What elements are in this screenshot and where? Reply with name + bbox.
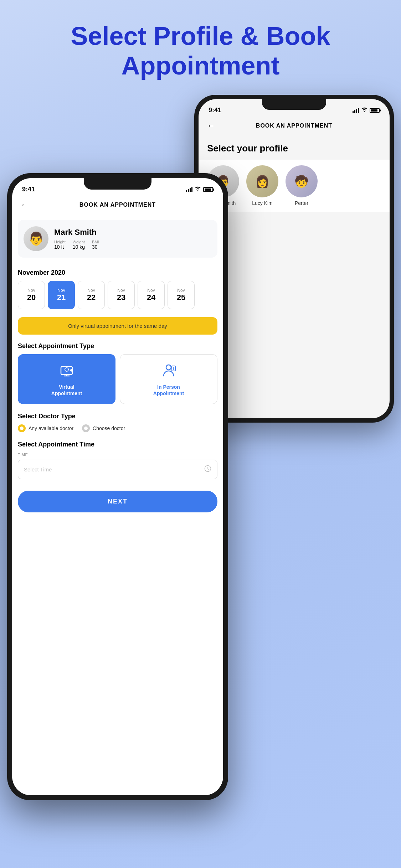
date-cell-23[interactable]: Nov 23 bbox=[108, 281, 135, 309]
back-phone-notch bbox=[262, 99, 326, 110]
status-icons-back bbox=[353, 107, 380, 113]
bmi-value: 30 bbox=[92, 244, 99, 250]
status-time-back: 9:41 bbox=[209, 107, 221, 114]
front-phone: 9:41 ← BOOK AN APPOINTME bbox=[7, 173, 228, 800]
date-cell-24[interactable]: Nov 24 bbox=[138, 281, 165, 309]
nav-header-back: ← BOOK AN APPOINTMENT bbox=[199, 117, 390, 135]
date-num-25: 25 bbox=[177, 293, 185, 302]
radio-circle-any bbox=[18, 424, 26, 432]
time-placeholder: Select Time bbox=[24, 466, 52, 472]
battery-icon-back bbox=[370, 108, 380, 113]
profile-name-lucy: Lucy Kim bbox=[252, 200, 273, 206]
next-button[interactable]: NEXT bbox=[18, 491, 217, 512]
page-title: Select Profile & Book Appointment bbox=[0, 0, 401, 95]
patient-avatar: 👨 bbox=[24, 226, 48, 251]
patient-card: 👨 Mark Smith Height 10 ft Weight 10 kg bbox=[18, 220, 217, 258]
wifi-icon-front bbox=[195, 186, 201, 192]
profile-item-lucy[interactable]: 👩 Lucy Kim bbox=[246, 165, 278, 206]
date-num-22: 22 bbox=[87, 293, 96, 302]
appt-type-inperson[interactable]: In PersonAppointment bbox=[120, 354, 217, 404]
time-section-title: Select Appointment Time bbox=[12, 438, 223, 453]
radio-label-choose: Choose doctor bbox=[93, 425, 125, 431]
battery-icon-front bbox=[203, 187, 213, 192]
radio-label-any: Any available doctor bbox=[29, 425, 73, 431]
front-phone-screen: 9:41 ← BOOK AN APPOINTME bbox=[12, 178, 223, 795]
svg-point-4 bbox=[166, 365, 171, 370]
date-cell-21[interactable]: Nov 21 bbox=[48, 281, 75, 309]
date-month-24: Nov bbox=[147, 288, 155, 293]
nav-title-back: BOOK AN APPOINTMENT bbox=[219, 123, 369, 129]
date-month-21: Nov bbox=[57, 288, 65, 293]
date-num-23: 23 bbox=[117, 293, 125, 302]
patient-info: Mark Smith Height 10 ft Weight 10 kg bbox=[54, 228, 212, 250]
height-label: Height bbox=[54, 240, 66, 244]
patient-stats: Height 10 ft Weight 10 kg BMI 30 bbox=[54, 240, 212, 250]
appointment-types: VirtualAppointment bbox=[12, 354, 223, 410]
month-label: November 2020 bbox=[18, 269, 217, 277]
clock-icon bbox=[204, 465, 211, 474]
signal-icon-front bbox=[186, 187, 192, 192]
svg-point-3 bbox=[65, 368, 68, 371]
signal-icon-back bbox=[353, 108, 359, 113]
doctor-type-row: Any available doctor Choose doctor bbox=[12, 424, 223, 438]
time-label: TIME bbox=[18, 453, 217, 457]
date-cell-25[interactable]: Nov 25 bbox=[168, 281, 195, 309]
date-cell-22[interactable]: Nov 22 bbox=[78, 281, 105, 309]
date-month-23: Nov bbox=[117, 288, 125, 293]
appointment-type-title: Select Appointment Type bbox=[12, 340, 223, 354]
date-month-22: Nov bbox=[87, 288, 95, 293]
radio-inner-any bbox=[20, 427, 24, 430]
radio-circle-choose bbox=[82, 424, 90, 432]
wifi-icon-back bbox=[361, 107, 367, 113]
time-input[interactable]: Select Time bbox=[18, 460, 217, 479]
inperson-icon bbox=[159, 362, 178, 380]
bmi-label: BMI bbox=[92, 240, 99, 244]
date-num-21: 21 bbox=[57, 293, 66, 302]
date-num-20: 20 bbox=[27, 293, 36, 302]
height-value: 10 ft bbox=[54, 244, 66, 250]
back-arrow-back[interactable]: ← bbox=[207, 121, 215, 130]
virtual-icon bbox=[57, 362, 76, 380]
date-month-25: Nov bbox=[177, 288, 185, 293]
nav-title-front: BOOK AN APPOINTMENT bbox=[33, 202, 202, 208]
profile-item-perter[interactable]: 🧒 Perter bbox=[286, 165, 318, 206]
status-time-front: 9:41 bbox=[22, 186, 35, 193]
date-num-24: 24 bbox=[147, 293, 155, 302]
date-month-20: Nov bbox=[27, 288, 35, 293]
doctor-type-title: Select Doctor Type bbox=[12, 410, 223, 424]
notice-banner: Only virtual appointment for the same da… bbox=[18, 317, 217, 335]
front-screen-content: 👨 Mark Smith Height 10 ft Weight 10 kg bbox=[12, 214, 223, 795]
radio-choose-doctor[interactable]: Choose doctor bbox=[82, 424, 125, 432]
profile-emoji-lucy: 👩 bbox=[246, 165, 278, 197]
radio-inner-choose bbox=[84, 427, 88, 430]
nav-header-front: ← BOOK AN APPOINTMENT bbox=[12, 196, 223, 214]
time-section: TIME Select Time bbox=[12, 453, 223, 485]
calendar-section: November 2020 Nov 20 Nov 21 Nov 22 bbox=[12, 263, 223, 312]
appt-type-virtual[interactable]: VirtualAppointment bbox=[18, 354, 115, 404]
stat-weight: Weight 10 kg bbox=[73, 240, 85, 250]
date-cell-20[interactable]: Nov 20 bbox=[18, 281, 45, 309]
weight-label: Weight bbox=[73, 240, 85, 244]
front-phone-notch bbox=[84, 178, 151, 190]
profile-avatar-lucy: 👩 bbox=[246, 165, 278, 197]
patient-name: Mark Smith bbox=[54, 228, 212, 237]
profile-name-perter: Perter bbox=[295, 200, 308, 206]
weight-value: 10 kg bbox=[73, 244, 85, 250]
inperson-label: In PersonAppointment bbox=[153, 384, 184, 397]
calendar-row: Nov 20 Nov 21 Nov 22 Nov bbox=[18, 281, 217, 312]
status-icons-front bbox=[186, 186, 213, 192]
profile-emoji-perter: 🧒 bbox=[286, 165, 318, 197]
stat-height: Height 10 ft bbox=[54, 240, 66, 250]
profile-avatar-perter: 🧒 bbox=[286, 165, 318, 197]
select-profile-heading: Select your profile bbox=[199, 135, 390, 160]
back-arrow-front[interactable]: ← bbox=[21, 200, 29, 210]
virtual-label: VirtualAppointment bbox=[51, 384, 82, 397]
phones-wrapper: 9:41 ← BOOK AN APPOINTME bbox=[0, 95, 401, 843]
radio-any-doctor[interactable]: Any available doctor bbox=[18, 424, 73, 432]
stat-bmi: BMI 30 bbox=[92, 240, 99, 250]
